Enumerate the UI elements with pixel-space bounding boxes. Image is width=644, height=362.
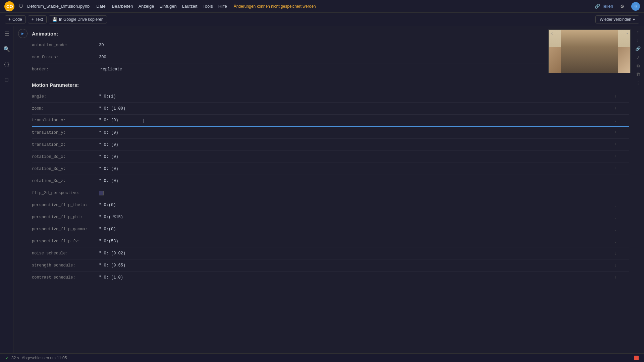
perspective-flip-theta-row: perspective_flip_theta: ⋮ (32, 199, 629, 211)
rotation-3d-x-value[interactable] (99, 155, 629, 159)
reconnect-button[interactable]: Wieder verbinden ▾ (595, 15, 639, 23)
noise-schedule-input[interactable] (99, 251, 629, 256)
rotation-3d-x-resize[interactable]: ⋮ (613, 155, 617, 159)
notebook-content: ◁ ▾ ▶ Animation: animation_mode: 3D (13, 26, 644, 353)
rotation-3d-y-resize[interactable]: ⋮ (613, 167, 617, 171)
strength-schedule-resize[interactable]: ⋮ (613, 263, 617, 267)
rotation-3d-z-value[interactable] (99, 179, 629, 183)
angle-input[interactable] (99, 94, 629, 99)
perspective-flip-theta-input[interactable] (99, 203, 629, 207)
zoom-row: zoom: ⋮ (32, 103, 629, 115)
perspective-flip-gamma-input[interactable] (99, 227, 629, 232)
strength-schedule-value[interactable] (99, 263, 629, 268)
sidebar-menu-icon[interactable]: ☰ (2, 29, 12, 39)
notebook-toolbar: + Code + + Text Text 💾 In Google Drive k… (0, 13, 644, 26)
rotation-3d-y-value[interactable] (99, 167, 629, 171)
perspective-flip-gamma-value[interactable] (99, 227, 629, 232)
motion-fields: angle: ⋮ zoom: ⋮ (32, 90, 629, 284)
translation-y-row: translation_y: ⋮ (32, 127, 629, 139)
settings-button[interactable]: ⚙ (618, 2, 627, 11)
flip-2d-perspective-row: flip_2d_perspective: (32, 187, 629, 199)
perspective-flip-fv-resize[interactable]: ⋮ (613, 239, 617, 243)
angle-resize[interactable]: ⋮ (613, 94, 617, 99)
translation-y-value[interactable] (99, 130, 629, 135)
user-avatar[interactable]: a (631, 2, 640, 11)
perspective-flip-phi-value[interactable] (99, 215, 629, 220)
menu-einfuegen[interactable]: Einfügen (159, 4, 176, 9)
zoom-value[interactable] (99, 106, 629, 111)
video-overlay: ◁ ▾ (548, 29, 631, 73)
run-cell-button[interactable]: ▶ (18, 29, 28, 38)
move-down-icon[interactable]: ↓ (635, 37, 641, 44)
menu-bearbeiten[interactable]: Bearbeiten (112, 4, 133, 9)
translation-y-input[interactable] (99, 130, 629, 135)
angle-row: angle: ⋮ (32, 90, 629, 103)
perspective-flip-fv-value[interactable] (99, 239, 629, 244)
zoom-input[interactable] (99, 106, 629, 111)
contrast-schedule-input[interactable] (99, 275, 629, 280)
sidebar-variables-icon[interactable]: {} (2, 60, 12, 70)
translation-x-input[interactable] (99, 118, 629, 123)
top-bar-right: 🔗 Teilen ⚙ a (595, 2, 640, 11)
link-icon[interactable]: 🔗 (634, 46, 642, 52)
rotation-3d-x-input[interactable] (99, 155, 629, 159)
translation-x-label: translation_x: (32, 118, 99, 123)
status-error-indicator (634, 356, 639, 360)
perspective-flip-phi-resize[interactable]: ⋮ (613, 215, 617, 219)
flip-2d-perspective-checkbox[interactable] (99, 191, 104, 195)
zoom-resize[interactable]: ⋮ (613, 106, 617, 111)
noise-schedule-row: noise_schedule: ⋮ (32, 247, 629, 259)
more-options-icon[interactable]: ⋮ (635, 80, 642, 86)
menu-hilfe[interactable]: Hilfe (218, 4, 227, 9)
noise-schedule-value[interactable] (99, 251, 629, 256)
share-icon: 🔗 (595, 4, 600, 9)
translation-x-value[interactable] (99, 118, 629, 123)
add-code-button[interactable]: + Code (5, 15, 26, 23)
menu-datei[interactable]: Datei (96, 4, 106, 9)
sidebar-toc-icon[interactable]: □ (2, 75, 12, 85)
expand-icon[interactable]: ⤢ (635, 54, 641, 61)
perspective-flip-phi-label: perspective_flip_phi: (32, 215, 99, 220)
contrast-schedule-resize[interactable]: ⋮ (613, 276, 617, 280)
video-chevron-icon: ◁ (551, 31, 553, 36)
unsaved-warning: Änderungen können nicht gespeichert werd… (234, 4, 316, 9)
rotation-3d-z-label: rotation_3d_z: (32, 179, 99, 183)
rotation-3d-z-resize[interactable]: ⋮ (613, 179, 617, 183)
text-label-display: Text (36, 17, 43, 22)
video-feed (549, 30, 630, 73)
menu-anzeige[interactable]: Anzeige (138, 4, 154, 9)
strength-schedule-input[interactable] (99, 263, 629, 268)
noise-schedule-resize[interactable]: ⋮ (613, 251, 617, 255)
share-button[interactable]: 🔗 Teilen (595, 4, 613, 9)
rotation-3d-z-row: rotation_3d_z: ⋮ (32, 175, 629, 187)
add-text-button[interactable]: + + Text Text (28, 15, 47, 23)
angle-value[interactable] (99, 94, 629, 99)
translation-z-input[interactable] (99, 142, 629, 147)
sidebar-search-icon[interactable]: 🔍 (2, 44, 12, 54)
move-up-icon[interactable]: ↑ (635, 29, 641, 35)
perspective-flip-phi-input[interactable] (99, 215, 629, 220)
border-label: border: (32, 67, 99, 72)
rotation-3d-x-label: rotation_3d_x: (32, 155, 99, 159)
menu-laufzeit[interactable]: Laufzeit (182, 4, 198, 9)
video-expand-icon[interactable]: ▾ (626, 31, 628, 36)
perspective-flip-fv-input[interactable] (99, 239, 629, 244)
perspective-flip-gamma-resize[interactable]: ⋮ (613, 227, 617, 231)
delete-icon[interactable]: 🗑 (635, 71, 642, 78)
translation-x-resize[interactable]: ⋮ (613, 118, 617, 123)
translation-y-resize[interactable]: ⋮ (613, 130, 617, 135)
menu-tools[interactable]: Tools (203, 4, 213, 9)
perspective-flip-theta-value[interactable] (99, 203, 629, 207)
translation-z-resize[interactable]: ⋮ (613, 142, 617, 147)
perspective-flip-theta-resize[interactable]: ⋮ (613, 203, 617, 207)
contrast-schedule-value[interactable] (99, 275, 629, 280)
translation-z-value[interactable] (99, 142, 629, 147)
rotation-3d-y-input[interactable] (99, 167, 629, 171)
plus-code-icon: + (8, 17, 11, 22)
copy-icon[interactable]: ⧉ (635, 63, 641, 69)
cell-gutter: ▶ (13, 26, 32, 286)
border-select[interactable]: replicate wrap (99, 67, 626, 72)
contrast-schedule-row: contrast_schedule: ⋮ (32, 272, 629, 284)
save-to-drive-button[interactable]: 💾 In Google Drive kopieren (49, 15, 107, 23)
rotation-3d-z-input[interactable] (99, 179, 629, 183)
